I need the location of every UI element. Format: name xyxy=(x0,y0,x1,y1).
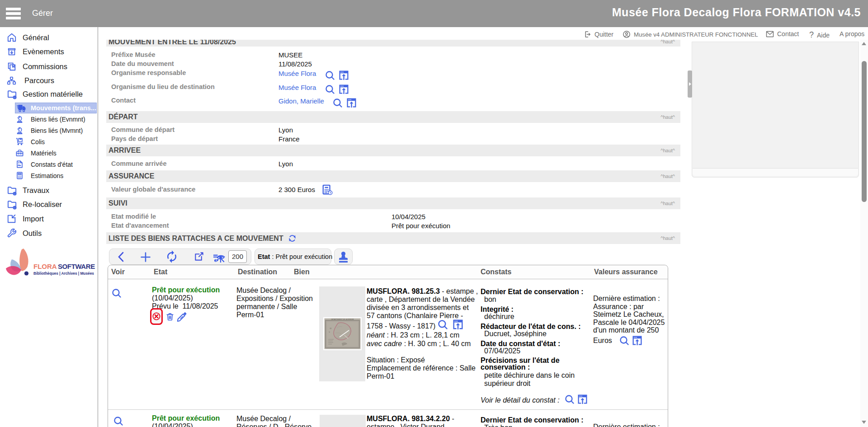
svg-text:Bibliothèques | Archives | Mus: Bibliothèques | Archives | Musées xyxy=(33,271,94,276)
svg-text:FLORA: FLORA xyxy=(33,263,57,270)
svg-text:DEPARTEMENT DE LA VENDEE: DEPARTEMENT DE LA VENDEE xyxy=(331,319,354,320)
svg-text:SOFTWARE: SOFTWARE xyxy=(58,263,95,270)
